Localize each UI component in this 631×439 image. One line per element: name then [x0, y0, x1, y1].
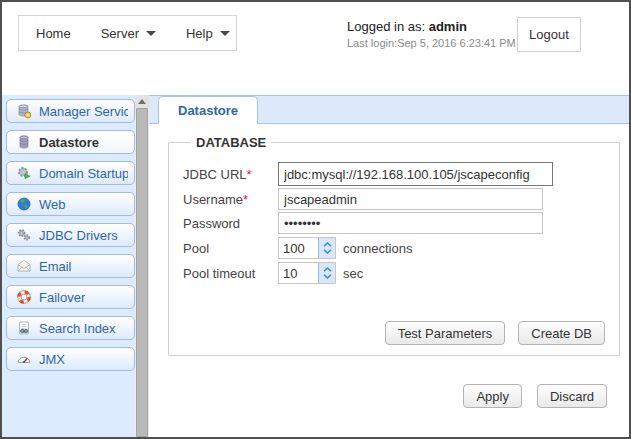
pool-label: Pool — [183, 241, 278, 256]
fieldset-button-row: Test Parameters Create DB — [183, 321, 605, 345]
pool-timeout-label: Pool timeout — [183, 266, 278, 281]
sidebar-item-search-index[interactable]: Search Index — [6, 316, 135, 340]
menu-item-home[interactable]: Home — [36, 26, 71, 41]
required-asterisk: * — [243, 192, 248, 207]
scroll-up-button[interactable] — [135, 95, 149, 108]
chevron-down-icon — [220, 31, 230, 36]
pool-timeout-spinner — [278, 262, 336, 284]
lifebuoy-icon — [16, 289, 32, 305]
actions-row: Apply Discard — [168, 384, 620, 408]
triangle-up-icon — [138, 99, 146, 104]
pool-input[interactable] — [279, 238, 318, 258]
envelope-icon — [16, 258, 32, 274]
pool-row: Pool connections — [183, 237, 605, 259]
required-asterisk: * — [247, 167, 252, 182]
logout-label: Logout — [529, 27, 569, 42]
sidebar-item-label: Failover — [39, 290, 85, 305]
sidebar-scrollbar[interactable] — [135, 95, 149, 437]
chevron-up-icon — [323, 267, 332, 272]
menu-help-label: Help — [186, 26, 213, 41]
test-parameters-button[interactable]: Test Parameters — [385, 321, 506, 345]
password-label-text: Password — [183, 216, 240, 231]
database-legend-text: DATABASE — [196, 135, 266, 150]
sidebar-item-domain-startup[interactable]: Domain Startup — [6, 161, 135, 185]
username-input[interactable] — [278, 188, 543, 210]
pool-timeout-input[interactable] — [279, 263, 318, 283]
sidebar-item-label: Datastore — [39, 135, 99, 150]
jdbc-url-row: JDBC URL* — [183, 162, 605, 186]
pool-spinner-arrows[interactable] — [318, 238, 335, 258]
password-row: Password — [183, 212, 605, 234]
top-bar: Home Server Help Logged in as: admin Las… — [2, 2, 629, 95]
sidebar-item-jdbc-drivers[interactable]: JDBC Drivers — [6, 223, 135, 247]
sidebar-item-web[interactable]: Web — [6, 192, 135, 216]
apply-button[interactable]: Apply — [463, 384, 522, 408]
menu-home-label: Home — [36, 26, 71, 41]
sidebar-item-label: Email — [39, 259, 72, 274]
sidebar-item-label: Web — [39, 197, 66, 212]
sidebar-item-label: Search Index — [39, 321, 116, 336]
menu-item-server[interactable]: Server — [101, 26, 156, 41]
tab-datastore[interactable]: Datastore — [158, 96, 258, 124]
jdbc-url-label-text: JDBC URL — [183, 167, 247, 182]
main-menu: Home Server Help — [18, 15, 237, 51]
database-fieldset: DATABASE JDBC URL* Username* Password — [168, 135, 620, 356]
content-area: Manager Service Datastore Domain Startup… — [2, 95, 629, 437]
sidebar-item-datastore[interactable]: Datastore — [6, 130, 135, 154]
jdbc-url-input[interactable] — [278, 162, 553, 186]
sidebar-item-jmx[interactable]: JMX — [6, 347, 135, 371]
logged-in-user: admin — [429, 19, 467, 34]
pool-timeout-spinner-arrows[interactable] — [318, 263, 335, 283]
pool-timeout-suffix: sec — [343, 266, 363, 281]
sidebar-item-failover[interactable]: Failover — [6, 285, 135, 309]
username-row: Username* — [183, 188, 605, 210]
logout-button[interactable]: Logout — [517, 17, 581, 52]
gears-icon — [16, 227, 32, 243]
username-label-text: Username — [183, 192, 243, 207]
database-legend: DATABASE — [191, 135, 271, 150]
password-label: Password — [183, 216, 278, 231]
menu-server-label: Server — [101, 26, 139, 41]
search-page-icon — [16, 320, 32, 336]
logged-in-as: Logged in as: admin — [347, 18, 516, 35]
tab-label: Datastore — [178, 103, 238, 118]
sidebar-item-label: Domain Startup — [39, 166, 128, 181]
logged-in-label: Logged in as: — [347, 19, 429, 34]
sidebar-item-manager-service[interactable]: Manager Service — [6, 99, 135, 123]
app-window: Home Server Help Logged in as: admin Las… — [0, 0, 631, 439]
globe-icon — [16, 196, 32, 212]
sidebar-item-label: JDBC Drivers — [39, 228, 118, 243]
chevron-down-icon — [146, 31, 156, 36]
server-database-icon — [16, 103, 32, 119]
sidebar-item-label: Manager Service — [39, 104, 128, 119]
last-login: Last login:Sep 5, 2016 6:23:41 PM — [347, 35, 516, 52]
menu-item-help[interactable]: Help — [186, 26, 230, 41]
pool-timeout-row: Pool timeout sec — [183, 262, 605, 284]
username-label: Username* — [183, 192, 278, 207]
chevron-down-icon — [323, 274, 332, 279]
gear-play-icon — [16, 165, 32, 181]
pool-timeout-label-text: Pool timeout — [183, 266, 255, 281]
discard-button[interactable]: Discard — [537, 384, 607, 408]
pool-spinner — [278, 237, 336, 259]
login-info: Logged in as: admin Last login:Sep 5, 20… — [347, 18, 516, 52]
pool-suffix: connections — [343, 241, 412, 256]
tab-strip: Datastore — [149, 95, 629, 124]
sidebar-item-label: JMX — [39, 352, 65, 367]
create-db-button[interactable]: Create DB — [518, 321, 605, 345]
main-panel: Datastore DATABASE JDBC URL* Username* — [149, 95, 629, 437]
scrollbar-thumb[interactable] — [136, 108, 148, 437]
jdbc-url-label: JDBC URL* — [183, 167, 278, 182]
database-icon — [16, 134, 32, 150]
sidebar: Manager Service Datastore Domain Startup… — [2, 95, 135, 437]
chevron-down-icon — [323, 249, 332, 254]
password-input[interactable] — [278, 212, 543, 234]
chevron-up-icon — [323, 242, 332, 247]
gauge-icon — [16, 351, 32, 367]
panel-body: DATABASE JDBC URL* Username* Password — [149, 124, 629, 437]
sidebar-item-email[interactable]: Email — [6, 254, 135, 278]
pool-label-text: Pool — [183, 241, 209, 256]
